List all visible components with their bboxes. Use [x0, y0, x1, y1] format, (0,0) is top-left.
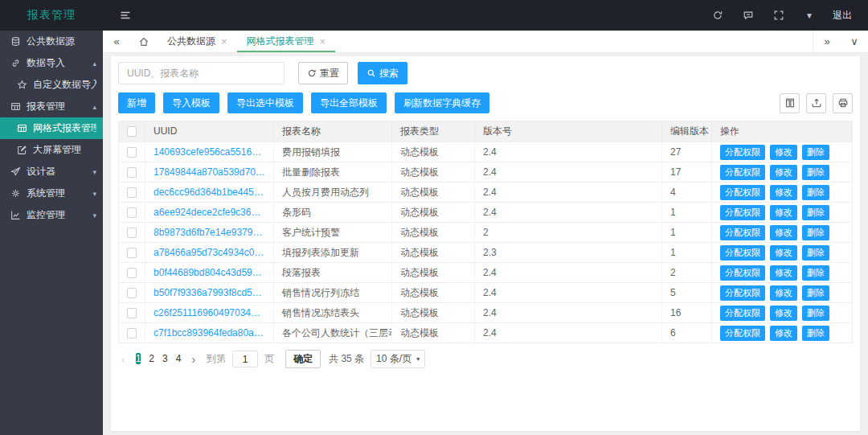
edit-version: 6: [662, 323, 712, 343]
sidebar-item[interactable]: 监控管理 ▾: [0, 204, 103, 226]
sidebar-item[interactable]: 数据导入 ▴: [0, 52, 103, 74]
assign-permission-button[interactable]: 分配权限: [720, 165, 765, 180]
home-tab-button[interactable]: [130, 31, 158, 52]
modify-button[interactable]: 修改: [770, 285, 797, 301]
page-size-select[interactable]: 10 条/页 ▾: [371, 350, 425, 368]
delete-button[interactable]: 删除: [802, 205, 829, 220]
tabs-scroll-right-button[interactable]: »: [813, 31, 841, 52]
uuid-link[interactable]: c7f1bcc893964feda80ab52ee0...: [154, 323, 265, 343]
user-dropdown[interactable]: ▼: [794, 0, 825, 31]
row-checkbox[interactable]: [127, 167, 137, 178]
row-checkbox[interactable]: [127, 207, 137, 218]
fullscreen-icon: [773, 10, 784, 21]
uuid-link[interactable]: a78466a95d73c4934c0bd5d11...: [154, 243, 265, 262]
toolbar-button[interactable]: 新增: [118, 92, 155, 113]
modify-button[interactable]: 修改: [770, 225, 797, 240]
tabs-scroll-left-button[interactable]: «: [103, 31, 130, 52]
sidebar-item[interactable]: 公共数据源: [0, 31, 103, 52]
prev-page-icon[interactable]: ‹: [118, 353, 132, 366]
uuid-link[interactable]: a6ee924dece2cfe9c363f5c902...: [154, 203, 265, 222]
delete-button[interactable]: 删除: [802, 285, 829, 301]
link-icon: [10, 58, 21, 68]
toolbar-button[interactable]: 导出选中模板: [227, 92, 303, 113]
uuid-link[interactable]: 17849844a870a539d7068c6d3...: [154, 162, 265, 182]
uuid-link[interactable]: b0f44689bd804c43d59d85871a...: [154, 263, 265, 282]
refresh-button[interactable]: [702, 0, 733, 31]
tab[interactable]: 网格式报表管理 ×: [237, 31, 336, 52]
delete-button[interactable]: 删除: [802, 265, 829, 281]
delete-button[interactable]: 删除: [802, 245, 829, 261]
modify-button[interactable]: 修改: [770, 145, 797, 160]
fullscreen-button[interactable]: [764, 0, 794, 31]
next-page-icon[interactable]: ›: [185, 353, 202, 366]
toolbar-button[interactable]: 刷新数据字典缓存: [395, 92, 489, 113]
close-icon[interactable]: ×: [320, 36, 326, 47]
row-checkbox[interactable]: [127, 268, 137, 278]
row-checkbox[interactable]: [127, 248, 137, 258]
delete-button[interactable]: 删除: [802, 165, 829, 180]
row-checkbox[interactable]: [127, 187, 137, 198]
sidebar-item[interactable]: 大屏幕管理: [0, 139, 103, 161]
delete-button[interactable]: 删除: [802, 145, 829, 160]
assign-permission-button[interactable]: 分配权限: [720, 205, 765, 220]
row-checkbox[interactable]: [127, 288, 137, 298]
modify-button[interactable]: 修改: [770, 326, 797, 341]
row-checkbox[interactable]: [127, 228, 137, 238]
sidebar-toggle-button[interactable]: [119, 9, 132, 22]
page-number[interactable]: 4: [176, 353, 182, 364]
edit-version: 1: [662, 243, 712, 262]
delete-button[interactable]: 删除: [802, 225, 829, 240]
sidebar-item[interactable]: 报表管理 ▴: [0, 96, 103, 117]
page-number[interactable]: 1: [136, 353, 141, 364]
select-all-checkbox[interactable]: [127, 126, 137, 137]
delete-button[interactable]: 删除: [802, 326, 829, 341]
search-button[interactable]: 搜索: [358, 62, 407, 84]
goto-page-input[interactable]: [232, 351, 258, 367]
sidebar-item[interactable]: 自定义数据导入: [0, 74, 103, 96]
assign-permission-button[interactable]: 分配权限: [720, 245, 765, 261]
modify-button[interactable]: 修改: [770, 265, 797, 281]
delete-button[interactable]: 删除: [802, 306, 829, 321]
print-button[interactable]: [833, 93, 853, 113]
uuid-link[interactable]: 8b9873d6fb7e14e93794ee7fc1...: [154, 223, 265, 242]
message-button[interactable]: [733, 0, 764, 31]
confirm-page-button[interactable]: 确定: [285, 350, 321, 368]
assign-permission-button[interactable]: 分配权限: [720, 225, 765, 240]
sidebar-item[interactable]: 网格式报表管理: [0, 117, 103, 139]
uuid-link[interactable]: c26f25111696049703483b7915...: [154, 303, 265, 322]
modify-button[interactable]: 修改: [770, 306, 797, 321]
uuid-link[interactable]: 140693cefe956ca5516d6b66e2...: [154, 142, 265, 162]
uuid-link[interactable]: b50f7f9336a7993f8cd553ccc22...: [154, 283, 265, 302]
modify-button[interactable]: 修改: [770, 165, 797, 180]
page-number[interactable]: 2: [149, 353, 154, 364]
export-button[interactable]: [806, 93, 826, 113]
assign-permission-button[interactable]: 分配权限: [720, 326, 765, 341]
modify-button[interactable]: 修改: [770, 245, 797, 261]
uuid-link[interactable]: dec6cc96d364b1be44569ae18...: [154, 183, 265, 202]
delete-button[interactable]: 删除: [802, 185, 829, 200]
filter-columns-button[interactable]: [780, 93, 800, 113]
toolbar-button[interactable]: 导入模板: [163, 92, 219, 113]
assign-permission-button[interactable]: 分配权限: [720, 185, 765, 200]
report-type: 动态模板: [392, 142, 475, 162]
reset-button[interactable]: 重置: [298, 62, 348, 84]
assign-permission-button[interactable]: 分配权限: [720, 265, 765, 281]
row-checkbox[interactable]: [127, 328, 137, 339]
sidebar-item[interactable]: 设计器 ▾: [0, 161, 103, 183]
close-icon[interactable]: ×: [221, 36, 227, 47]
assign-permission-button[interactable]: 分配权限: [720, 306, 765, 321]
edit-version: 1: [662, 203, 712, 222]
row-checkbox[interactable]: [127, 308, 137, 318]
assign-permission-button[interactable]: 分配权限: [720, 285, 765, 301]
row-checkbox[interactable]: [127, 147, 137, 158]
page-number[interactable]: 3: [162, 353, 168, 364]
toolbar-button[interactable]: 导出全部模板: [311, 92, 387, 113]
search-input[interactable]: [118, 62, 285, 84]
assign-permission-button[interactable]: 分配权限: [720, 145, 765, 160]
modify-button[interactable]: 修改: [770, 185, 797, 200]
sidebar-item[interactable]: 系统管理 ▾: [0, 183, 103, 204]
tab-menu-button[interactable]: ∨: [841, 31, 868, 52]
modify-button[interactable]: 修改: [770, 205, 797, 220]
tab[interactable]: 公共数据源 ×: [158, 31, 237, 52]
logout-button[interactable]: 退出: [833, 9, 852, 23]
